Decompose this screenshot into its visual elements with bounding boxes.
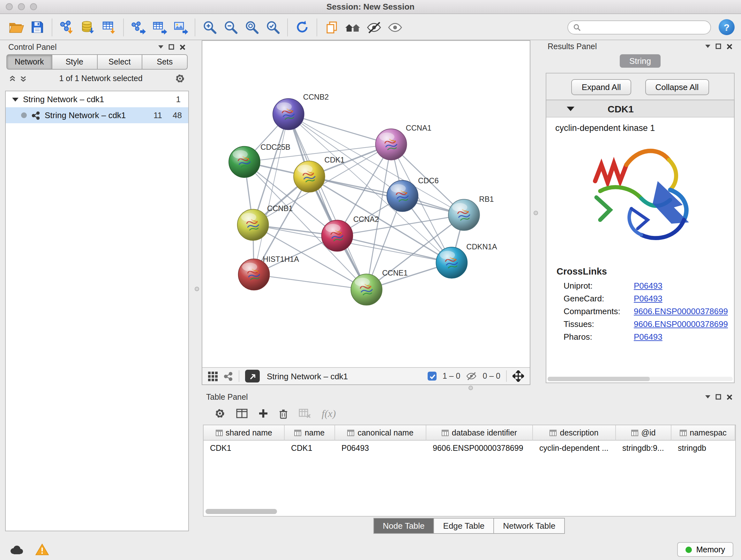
table-horizontal-scrollbar[interactable]: [205, 509, 277, 514]
network-node-CDC6[interactable]: [387, 180, 418, 212]
gear-icon[interactable]: [175, 73, 185, 84]
results-scrollbar[interactable]: [548, 377, 733, 381]
zoom-in-button[interactable]: [200, 17, 219, 37]
hidden-eye-icon[interactable]: [466, 372, 477, 381]
float-panel-icon[interactable]: [158, 45, 163, 49]
maximize-panel-icon[interactable]: [169, 44, 174, 50]
splitter-handle[interactable]: [534, 211, 538, 215]
import-network-file-button[interactable]: [57, 17, 77, 37]
crosslink-link[interactable]: P06493: [634, 281, 663, 290]
close-panel-icon[interactable]: [179, 44, 186, 50]
zoom-window-button[interactable]: [30, 3, 37, 10]
network-collection-row[interactable]: String Network – cdk1 1: [6, 91, 188, 107]
table-settings-gear-icon[interactable]: [214, 408, 225, 419]
tab-select[interactable]: Select: [97, 54, 143, 70]
export-table-button[interactable]: [149, 17, 169, 37]
network-overview-icon[interactable]: [223, 371, 233, 381]
selected-nodes-checkbox[interactable]: [428, 372, 437, 381]
collapse-all-icon[interactable]: [9, 75, 16, 82]
documents-button[interactable]: [322, 17, 341, 37]
zoom-fit-button[interactable]: [242, 17, 262, 37]
tab-style[interactable]: Style: [52, 54, 98, 70]
network-node-CCNB1[interactable]: [238, 209, 269, 240]
crosslink-link[interactable]: 9606.ENSP00000378699: [634, 306, 728, 316]
save-session-button[interactable]: [27, 17, 47, 37]
column-header-description[interactable]: description: [533, 425, 616, 441]
network-row[interactable]: String Network – cdk1 11 48: [6, 107, 188, 123]
tab-string[interactable]: String: [620, 54, 661, 68]
expand-all-icon[interactable]: [20, 75, 27, 82]
grid-view-icon[interactable]: [208, 371, 218, 381]
minimize-window-button[interactable]: [18, 3, 25, 10]
scrollbar-thumb[interactable]: [548, 377, 650, 381]
network-edge[interactable]: [254, 114, 288, 274]
close-window-button[interactable]: [6, 3, 13, 10]
table-cell[interactable]: P06493: [335, 441, 426, 455]
network-node-CCNE1[interactable]: [351, 274, 382, 305]
table-cell[interactable]: stringdb: [671, 441, 735, 455]
column-header-database-identifier[interactable]: database identifier: [426, 425, 533, 441]
export-image-button[interactable]: [171, 17, 190, 37]
tab-network-table[interactable]: Network Table: [493, 518, 565, 534]
column-header-shared-name[interactable]: shared name: [204, 425, 285, 441]
open-in-browser-button[interactable]: [245, 370, 260, 382]
titlebar[interactable]: Session: New Session: [0, 0, 741, 14]
collection-caret-icon[interactable]: [12, 98, 18, 101]
network-canvas[interactable]: CCNB2CCNA1CDC25BCDK1CDC6RB1CCNB1CCNA2CDK…: [202, 41, 530, 367]
expand-all-button[interactable]: Expand All: [571, 79, 631, 95]
tab-edge-table[interactable]: Edge Table: [434, 518, 494, 534]
help-button[interactable]: ?: [719, 19, 735, 35]
import-network-database-button[interactable]: [78, 17, 98, 37]
column-header-namespace[interactable]: namespac: [671, 425, 735, 441]
export-network-button[interactable]: [128, 17, 148, 37]
close-panel-icon[interactable]: [726, 43, 733, 50]
column-header-canonical-name[interactable]: canonical name: [335, 425, 426, 441]
warnings-button[interactable]: [33, 543, 51, 557]
houses-button[interactable]: [343, 17, 362, 37]
memory-button[interactable]: Memory: [677, 542, 733, 557]
float-panel-icon[interactable]: [705, 45, 711, 48]
close-panel-icon[interactable]: [726, 394, 733, 400]
maximize-panel-icon[interactable]: [716, 44, 721, 49]
network-node-HIST1H1A[interactable]: [239, 259, 270, 290]
tab-sets[interactable]: Sets: [142, 54, 188, 70]
pan-move-icon[interactable]: [513, 370, 524, 382]
network-edge[interactable]: [254, 274, 367, 290]
zoom-out-button[interactable]: [221, 17, 241, 37]
network-edge[interactable]: [288, 114, 367, 290]
zoom-selected-button[interactable]: [263, 17, 283, 37]
table-cell[interactable]: CDK1: [204, 441, 285, 455]
eye-slash-button[interactable]: [364, 17, 384, 37]
eye-button[interactable]: [385, 17, 405, 37]
add-column-icon[interactable]: [259, 409, 268, 418]
float-panel-icon[interactable]: [705, 395, 711, 398]
network-node-RB1[interactable]: [448, 199, 480, 231]
column-header-id[interactable]: @id: [616, 425, 671, 441]
collapse-all-button[interactable]: Collapse All: [645, 79, 709, 95]
open-session-button[interactable]: [6, 17, 26, 37]
crosslink-link[interactable]: 9606.ENSP00000378699: [634, 319, 728, 328]
table-cell[interactable]: cyclin-dependent ...: [533, 441, 616, 455]
table-cell[interactable]: stringdb:9...: [616, 441, 671, 455]
table-cell[interactable]: CDK1: [285, 441, 335, 455]
table-cell[interactable]: 9606.ENSP00000378699: [426, 441, 533, 455]
splitter-handle[interactable]: [468, 386, 473, 390]
cloud-button[interactable]: [8, 543, 25, 557]
columns-icon[interactable]: [236, 409, 248, 418]
network-node-CDK1[interactable]: [293, 161, 325, 192]
entry-caret-icon[interactable]: [567, 106, 575, 111]
entry-header[interactable]: CDK1: [546, 100, 734, 118]
network-node-CDC25B[interactable]: [229, 146, 260, 178]
column-header-name[interactable]: name: [285, 425, 335, 441]
delete-column-trash-icon[interactable]: [279, 408, 288, 419]
network-node-CDKN1A[interactable]: [436, 247, 467, 278]
splitter-handle[interactable]: [195, 287, 199, 291]
crosslink-link[interactable]: P06493: [634, 332, 663, 341]
function-builder-button[interactable]: f(x): [322, 408, 336, 419]
network-node-CCNB2[interactable]: [273, 99, 304, 130]
crosslink-link[interactable]: P06493: [634, 294, 663, 303]
table-row[interactable]: CDK1 CDK1 P06493 9606.ENSP00000378699 cy…: [204, 441, 735, 455]
refresh-button[interactable]: [292, 17, 312, 37]
tab-network[interactable]: Network: [6, 54, 52, 70]
maximize-panel-icon[interactable]: [716, 394, 721, 400]
